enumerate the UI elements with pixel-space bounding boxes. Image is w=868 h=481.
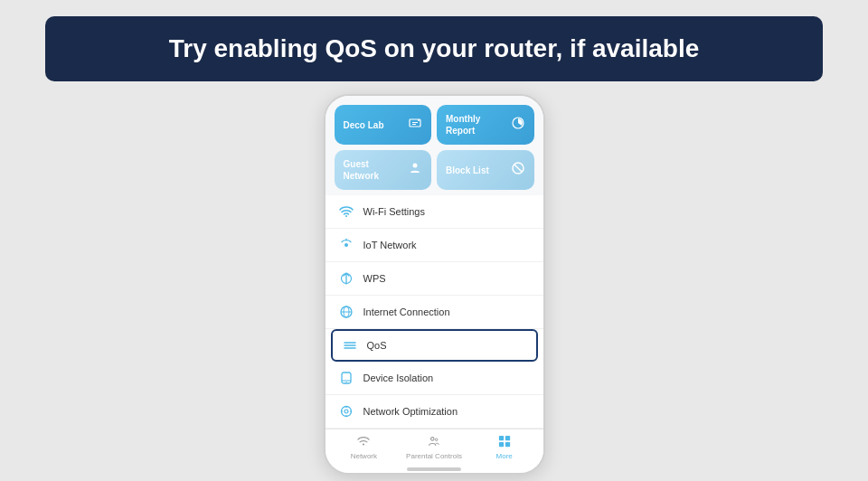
svg-rect-32 bbox=[505, 442, 510, 447]
nav-more-label: More bbox=[496, 452, 513, 460]
wps-icon bbox=[338, 270, 354, 287]
home-indicator bbox=[407, 467, 461, 471]
device-isolation-icon bbox=[338, 370, 354, 386]
svg-point-20 bbox=[341, 407, 351, 417]
nav-parental[interactable]: Parental Controls bbox=[399, 435, 469, 460]
tile-guest-network-label: GuestNetwork bbox=[344, 158, 379, 182]
tile-monthly-report-label: MonthlyReport bbox=[446, 113, 480, 137]
menu-item-internet[interactable]: Internet Connection bbox=[326, 296, 543, 329]
menu-item-internet-label: Internet Connection bbox=[363, 307, 450, 317]
tile-monthly-report-icon bbox=[511, 116, 525, 134]
svg-point-26 bbox=[363, 444, 364, 446]
bottom-nav: Network Parental Controls bbox=[326, 429, 543, 467]
svg-rect-31 bbox=[499, 442, 504, 447]
optimization-icon bbox=[338, 403, 354, 420]
page-container: Try enabling QoS on your router, if avai… bbox=[0, 0, 868, 481]
menu-item-qos[interactable]: QoS bbox=[331, 329, 538, 362]
svg-point-9 bbox=[344, 243, 348, 247]
wifi-icon bbox=[338, 203, 354, 220]
network-nav-icon bbox=[357, 435, 370, 450]
svg-point-19 bbox=[345, 382, 346, 382]
svg-rect-1 bbox=[412, 122, 418, 123]
banner-text: Try enabling QoS on your router, if avai… bbox=[169, 34, 700, 62]
svg-line-7 bbox=[514, 165, 522, 173]
nav-parental-label: Parental Controls bbox=[406, 452, 462, 460]
menu-item-wps[interactable]: WPS bbox=[326, 262, 543, 296]
parental-nav-icon bbox=[428, 435, 440, 450]
phone-mockup: Deco Lab MonthlyReport GuestNetwork bbox=[324, 94, 545, 475]
svg-point-28 bbox=[435, 439, 438, 441]
svg-point-8 bbox=[345, 215, 347, 217]
nav-more[interactable]: More bbox=[469, 435, 540, 460]
svg-rect-29 bbox=[499, 436, 504, 440]
menu-item-iot-label: IoT Network bbox=[363, 240, 417, 250]
tile-block-list-label: Block List bbox=[446, 165, 489, 176]
nav-network-label: Network bbox=[351, 452, 377, 460]
tile-guest-network[interactable]: GuestNetwork bbox=[335, 150, 432, 190]
svg-point-27 bbox=[431, 438, 435, 441]
menu-item-isolation-label: Device Isolation bbox=[363, 373, 434, 383]
tile-deco-lab-label: Deco Lab bbox=[344, 119, 384, 131]
menu-item-wifi[interactable]: Wi-Fi Settings bbox=[326, 195, 543, 229]
svg-point-21 bbox=[344, 410, 348, 413]
iot-icon bbox=[338, 237, 354, 253]
svg-point-5 bbox=[413, 164, 418, 168]
menu-item-iot[interactable]: IoT Network bbox=[326, 229, 543, 262]
menu-item-optimization-label: Network Optimization bbox=[363, 406, 458, 417]
svg-point-3 bbox=[418, 119, 420, 121]
menu-item-wps-label: WPS bbox=[363, 273, 386, 284]
more-nav-icon bbox=[498, 435, 511, 450]
tile-deco-lab-icon bbox=[408, 116, 422, 134]
svg-rect-2 bbox=[412, 124, 416, 125]
tile-block-list[interactable]: Block List bbox=[437, 150, 534, 190]
internet-icon bbox=[338, 304, 354, 320]
svg-rect-30 bbox=[505, 436, 510, 440]
menu-item-optimization[interactable]: Network Optimization bbox=[326, 395, 543, 429]
tile-deco-lab[interactable]: Deco Lab bbox=[335, 105, 432, 145]
menu-item-wifi-label: Wi-Fi Settings bbox=[363, 206, 425, 217]
tip-banner: Try enabling QoS on your router, if avai… bbox=[45, 16, 823, 81]
tile-guest-network-icon bbox=[408, 161, 422, 179]
tile-monthly-report[interactable]: MonthlyReport bbox=[437, 105, 534, 145]
qos-icon bbox=[342, 337, 358, 354]
menu-item-isolation[interactable]: Device Isolation bbox=[326, 362, 543, 395]
menu-list: Wi-Fi Settings IoT Network bbox=[326, 195, 543, 429]
menu-item-qos-label: QoS bbox=[367, 340, 387, 351]
tile-block-list-icon bbox=[511, 161, 525, 179]
tiles-grid: Deco Lab MonthlyReport GuestNetwork bbox=[326, 96, 543, 195]
nav-network[interactable]: Network bbox=[329, 435, 400, 460]
